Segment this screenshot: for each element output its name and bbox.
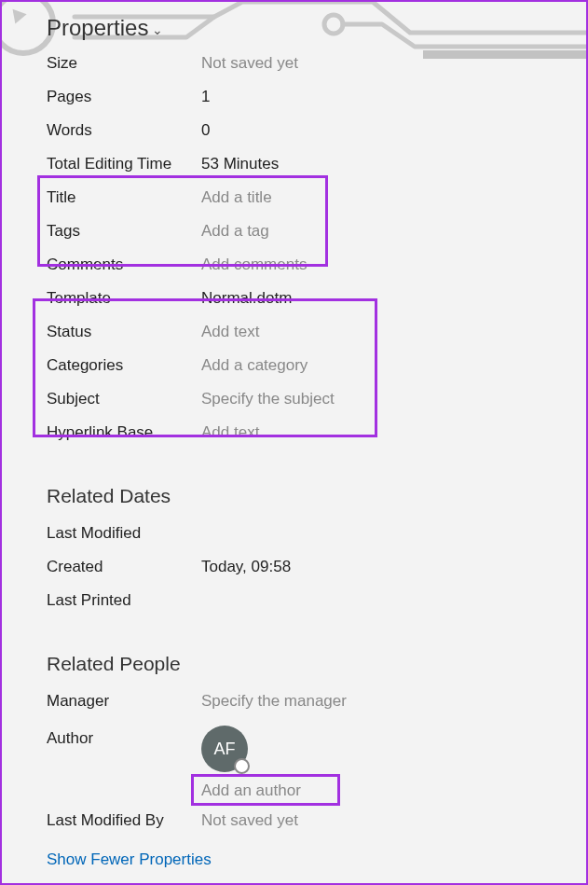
property-row-manager: Manager Specify the manager <box>47 692 541 714</box>
property-row-last-printed: Last Printed <box>47 591 541 614</box>
manager-input[interactable]: Specify the manager <box>201 692 347 711</box>
presence-badge-icon <box>234 758 250 774</box>
editing-time-value: 53 Minutes <box>201 155 279 173</box>
show-fewer-properties-link[interactable]: Show Fewer Properties <box>47 850 541 869</box>
comments-input[interactable]: Add comments <box>201 256 307 274</box>
property-row-status: Status Add text <box>47 323 541 345</box>
related-people-heading: Related People <box>47 653 541 675</box>
tags-input[interactable]: Add a tag <box>201 222 269 241</box>
property-row-pages: Pages 1 <box>47 88 541 110</box>
property-row-categories: Categories Add a category <box>47 356 541 379</box>
property-row-last-modified-by: Last Modified By Not saved yet <box>47 811 541 834</box>
last-modified-label: Last Modified <box>47 524 201 543</box>
pages-value: 1 <box>201 88 210 106</box>
avatar-initials: AF <box>213 740 235 759</box>
property-row-author: Author AF Add an author <box>47 726 541 800</box>
author-label: Author <box>47 726 201 748</box>
property-row-size: Size Not saved yet <box>47 54 541 76</box>
property-row-tags: Tags Add a tag <box>47 222 541 244</box>
property-row-comments: Comments Add comments <box>47 256 541 278</box>
properties-dropdown[interactable]: Properties ⌄ <box>47 15 541 41</box>
add-author-input[interactable]: Add an author <box>201 781 301 800</box>
size-value: Not saved yet <box>201 54 298 73</box>
property-row-hyperlink-base: Hyperlink Base Add text <box>47 423 541 446</box>
title-input[interactable]: Add a title <box>201 188 272 207</box>
size-label: Size <box>47 54 201 73</box>
property-row-words: Words 0 <box>47 121 541 144</box>
categories-label: Categories <box>47 356 201 375</box>
hyperlink-base-input[interactable]: Add text <box>201 423 259 442</box>
editing-time-label: Total Editing Time <box>47 155 201 173</box>
categories-input[interactable]: Add a category <box>201 356 308 375</box>
panel-title-text: Properties <box>47 15 148 41</box>
last-modified-by-label: Last Modified By <box>47 811 201 830</box>
template-value: Normal.dotm <box>201 289 292 308</box>
last-modified-by-value: Not saved yet <box>201 811 298 830</box>
status-input[interactable]: Add text <box>201 323 259 341</box>
property-row-subject: Subject Specify the subject <box>47 390 541 412</box>
status-label: Status <box>47 323 201 341</box>
words-value: 0 <box>201 121 210 140</box>
title-label: Title <box>47 188 201 207</box>
property-row-editing-time: Total Editing Time 53 Minutes <box>47 155 541 177</box>
property-row-template: Template Normal.dotm <box>47 289 541 311</box>
template-label: Template <box>47 289 201 308</box>
avatar[interactable]: AF <box>201 726 248 772</box>
comments-label: Comments <box>47 256 201 274</box>
property-row-created: Created Today, 09:58 <box>47 558 541 580</box>
property-row-title: Title Add a title <box>47 188 541 211</box>
words-label: Words <box>47 121 201 140</box>
property-row-last-modified: Last Modified <box>47 524 541 546</box>
last-printed-label: Last Printed <box>47 591 201 610</box>
subject-input[interactable]: Specify the subject <box>201 390 335 408</box>
created-value: Today, 09:58 <box>201 558 291 576</box>
chevron-down-icon: ⌄ <box>152 22 163 37</box>
hyperlink-base-label: Hyperlink Base <box>47 423 201 442</box>
manager-label: Manager <box>47 692 201 711</box>
pages-label: Pages <box>47 88 201 106</box>
created-label: Created <box>47 558 201 576</box>
subject-label: Subject <box>47 390 201 408</box>
tags-label: Tags <box>47 222 201 241</box>
related-dates-heading: Related Dates <box>47 485 541 507</box>
